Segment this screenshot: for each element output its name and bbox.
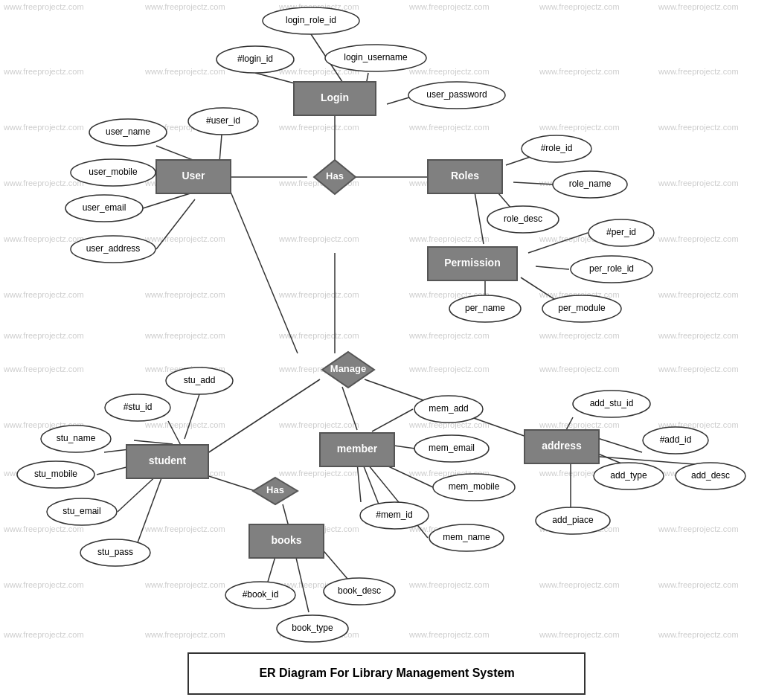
svg-text:www.freeprojectz.com: www.freeprojectz.com [144, 67, 225, 76]
svg-text:www.freeprojectz.com: www.freeprojectz.com [278, 290, 359, 299]
svg-line-115 [372, 409, 413, 431]
roles-label: Roles [451, 170, 479, 182]
svg-text:www.freeprojectz.com: www.freeprojectz.com [3, 331, 84, 340]
attr-per-module-text: per_module [558, 303, 606, 313]
attr-per-name-text: per_name [465, 303, 505, 313]
svg-line-95 [536, 266, 569, 269]
attr-per-id-text: #per_id [606, 227, 636, 237]
svg-text:www.freeprojectz.com: www.freeprojectz.com [658, 67, 739, 76]
svg-text:www.freeprojectz.com: www.freeprojectz.com [658, 365, 739, 373]
svg-text:www.freeprojectz.com: www.freeprojectz.com [144, 2, 225, 11]
svg-text:www.freeprojectz.com: www.freeprojectz.com [144, 580, 225, 589]
svg-text:www.freeprojectz.com: www.freeprojectz.com [408, 365, 490, 373]
svg-text:www.freeprojectz.com: www.freeprojectz.com [3, 234, 84, 243]
attr-login-role-id-text: login_role_id [286, 15, 336, 25]
svg-text:www.freeprojectz.com: www.freeprojectz.com [408, 580, 490, 589]
attr-add-place-text: add_piace [552, 515, 594, 525]
attr-per-role-id-text: per_role_id [589, 263, 634, 274]
user-label: User [182, 170, 205, 182]
has1-label: Has [326, 170, 344, 182]
login-label: Login [321, 91, 349, 103]
has2-label: Has [266, 484, 284, 495]
svg-text:www.freeprojectz.com: www.freeprojectz.com [144, 524, 225, 533]
svg-text:www.freeprojectz.com: www.freeprojectz.com [408, 234, 490, 243]
attr-user-mobile-text: user_mobile [89, 167, 138, 177]
address-label: address [542, 440, 582, 452]
svg-text:www.freeprojectz.com: www.freeprojectz.com [539, 580, 620, 589]
attr-mem-name-text: mem_name [443, 532, 490, 542]
svg-text:www.freeprojectz.com: www.freeprojectz.com [144, 234, 225, 243]
permission-label: Permission [444, 257, 500, 269]
attr-book-type-text: book_type [292, 623, 333, 633]
attr-stu-add-text: stu_add [184, 375, 216, 385]
attr-add-stu-id-text: add_stu_id [590, 398, 634, 408]
attr-book-id-text: #book_id [243, 589, 279, 600]
svg-text:www.freeprojectz.com: www.freeprojectz.com [658, 234, 739, 243]
svg-text:www.freeprojectz.com: www.freeprojectz.com [658, 331, 739, 340]
svg-text:www.freeprojectz.com: www.freeprojectz.com [539, 420, 620, 429]
svg-text:www.freeprojectz.com: www.freeprojectz.com [658, 123, 739, 132]
svg-text:www.freeprojectz.com: www.freeprojectz.com [3, 123, 84, 132]
svg-text:www.freeprojectz.com: www.freeprojectz.com [539, 365, 620, 373]
svg-text:www.freeprojectz.com: www.freeprojectz.com [408, 630, 490, 639]
student-label: student [149, 455, 187, 466]
attr-user-password-text: user_password [426, 89, 487, 100]
svg-line-104 [134, 440, 173, 444]
attr-stu-mobile-text: stu_mobile [34, 469, 77, 479]
attr-login-username-text: login_username [344, 52, 408, 62]
svg-text:www.freeprojectz.com: www.freeprojectz.com [658, 2, 739, 11]
attr-role-id-text: #role_id [541, 143, 573, 153]
books-label: books [271, 534, 301, 546]
attr-mem-email-text: mem_email [429, 443, 475, 453]
svg-text:www.freeprojectz.com: www.freeprojectz.com [3, 365, 84, 373]
attr-user-id-text: #user_id [206, 115, 240, 126]
svg-line-85 [219, 135, 222, 162]
svg-text:www.freeprojectz.com: www.freeprojectz.com [3, 524, 84, 533]
er-diagram: www.freeprojectz.com www.freeprojectz.co… [0, 0, 773, 700]
svg-text:www.freeprojectz.com: www.freeprojectz.com [539, 2, 620, 11]
attr-user-address-text: user_address [86, 243, 141, 254]
attr-user-name-text: user_name [106, 126, 150, 137]
attr-stu-email-text: stu_email [62, 506, 100, 516]
attr-user-email-text: user_email [83, 202, 126, 213]
svg-text:www.freeprojectz.com: www.freeprojectz.com [658, 630, 739, 639]
attr-role-desc-text: role_desc [504, 213, 542, 224]
manage-label: Manage [330, 363, 366, 374]
svg-text:www.freeprojectz.com: www.freeprojectz.com [539, 67, 620, 76]
svg-line-108 [134, 476, 162, 553]
svg-text:www.freeprojectz.com: www.freeprojectz.com [408, 2, 490, 11]
attr-add-id-text: #add_id [660, 434, 692, 445]
attr-add-type-text: add_type [610, 470, 647, 481]
svg-text:www.freeprojectz.com: www.freeprojectz.com [144, 420, 225, 429]
svg-line-88 [143, 192, 195, 208]
svg-text:www.freeprojectz.com: www.freeprojectz.com [658, 524, 739, 533]
svg-text:www.freeprojectz.com: www.freeprojectz.com [408, 123, 490, 132]
svg-text:www.freeprojectz.com: www.freeprojectz.com [3, 580, 84, 589]
svg-text:www.freeprojectz.com: www.freeprojectz.com [144, 331, 225, 340]
svg-text:www.freeprojectz.com: www.freeprojectz.com [144, 290, 225, 299]
attr-stu-name-text: stu_name [57, 433, 96, 443]
svg-text:www.freeprojectz.com: www.freeprojectz.com [3, 630, 84, 639]
svg-text:www.freeprojectz.com: www.freeprojectz.com [408, 67, 490, 76]
svg-text:www.freeprojectz.com: www.freeprojectz.com [278, 420, 359, 429]
attr-stu-id-text: #stu_id [124, 402, 153, 412]
diagram-title: ER Diagram For Library Management System [259, 667, 514, 679]
svg-text:www.freeprojectz.com: www.freeprojectz.com [278, 469, 359, 478]
svg-line-103 [185, 394, 199, 439]
attr-role-name-text: role_name [569, 179, 612, 189]
svg-text:www.freeprojectz.com: www.freeprojectz.com [278, 123, 359, 132]
member-label: member [337, 443, 378, 455]
svg-text:www.freeprojectz.com: www.freeprojectz.com [658, 580, 739, 589]
svg-text:www.freeprojectz.com: www.freeprojectz.com [3, 290, 84, 299]
svg-text:www.freeprojectz.com: www.freeprojectz.com [658, 179, 739, 187]
attr-book-desc-text: book_desc [338, 585, 381, 596]
attr-mem-add-text: mem_add [429, 403, 468, 414]
svg-text:www.freeprojectz.com: www.freeprojectz.com [539, 331, 620, 340]
svg-text:www.freeprojectz.com: www.freeprojectz.com [144, 630, 225, 639]
attr-mem-id-text: #mem_id [376, 510, 412, 520]
attr-add-desc-text: add_desc [691, 470, 730, 481]
svg-text:www.freeprojectz.com: www.freeprojectz.com [658, 290, 739, 299]
attr-stu-pass-text: stu_pass [97, 547, 133, 557]
svg-text:www.freeprojectz.com: www.freeprojectz.com [408, 331, 490, 340]
attr-mem-mobile-text: mem_mobile [449, 481, 500, 492]
